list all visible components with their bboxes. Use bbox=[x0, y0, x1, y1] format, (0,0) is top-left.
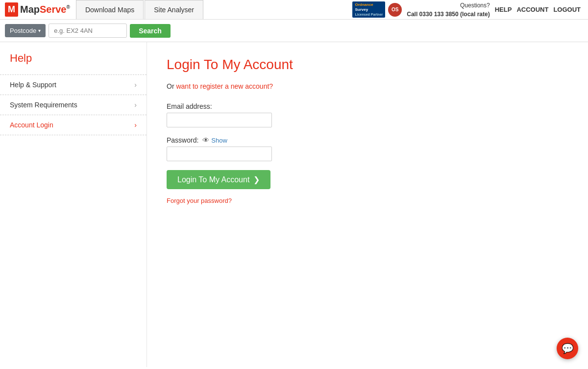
logout-link[interactable]: LOGOUT bbox=[553, 6, 581, 13]
sidebar-item-account-login[interactable]: Account Login › bbox=[0, 115, 147, 135]
show-password-link[interactable]: 👁 Show bbox=[202, 136, 227, 144]
search-input[interactable] bbox=[49, 24, 127, 38]
tab-site-analyser[interactable]: Site Analyser bbox=[145, 0, 203, 19]
password-row: Password: 👁 Show bbox=[167, 136, 568, 144]
nav-logos: Ordnance Survey Licensed Partner OS bbox=[352, 1, 402, 17]
questions-text: Questions? Call 0330 133 3850 (local rat… bbox=[407, 1, 490, 19]
email-form-group: Email address: bbox=[167, 102, 568, 127]
register-text: Or want to register a new account? bbox=[167, 82, 568, 90]
chat-button[interactable]: 💬 bbox=[557, 338, 578, 359]
login-button[interactable]: Login To My Account ❯ bbox=[167, 170, 270, 189]
account-link[interactable]: ACCOUNT bbox=[516, 6, 548, 13]
chevron-icon-account: › bbox=[134, 121, 137, 129]
content-area: Login To My Account Or want to register … bbox=[147, 42, 588, 367]
os-badge: Ordnance Survey Licensed Partner bbox=[352, 1, 385, 17]
sidebar-item-system-requirements-label: System Requirements bbox=[10, 101, 77, 109]
nav-right: Ordnance Survey Licensed Partner OS Ques… bbox=[352, 1, 588, 19]
password-input[interactable] bbox=[167, 147, 272, 161]
chevron-icon-help: › bbox=[134, 81, 137, 89]
logo-text: MapServe® bbox=[20, 4, 70, 15]
main-layout: Help Help & Support › System Requirement… bbox=[0, 42, 588, 367]
tab-download-maps[interactable]: Download Maps bbox=[76, 0, 144, 19]
eye-icon: 👁 bbox=[202, 136, 209, 144]
show-label: Show bbox=[211, 137, 227, 144]
chat-icon: 💬 bbox=[562, 343, 574, 354]
sidebar-item-help-support[interactable]: Help & Support › bbox=[0, 74, 147, 95]
search-button[interactable]: Search bbox=[130, 24, 171, 38]
nav-tabs: Download Maps Site Analyser bbox=[75, 0, 203, 19]
help-link[interactable]: HELP bbox=[495, 6, 512, 13]
sidebar-item-help-support-label: Help & Support bbox=[10, 81, 56, 89]
search-bar: Postcode Search bbox=[0, 20, 588, 42]
chevron-icon-system: › bbox=[134, 101, 137, 109]
password-label: Password: bbox=[167, 136, 198, 144]
login-button-label: Login To My Account bbox=[177, 175, 249, 184]
forgot-password-link[interactable]: Forgot your password? bbox=[167, 197, 232, 204]
email-input[interactable] bbox=[167, 113, 272, 127]
sidebar-item-account-login-label: Account Login bbox=[10, 121, 53, 129]
logo-icon: M bbox=[5, 2, 18, 17]
postcode-dropdown[interactable]: Postcode bbox=[5, 24, 46, 37]
sidebar-item-system-requirements[interactable]: System Requirements › bbox=[0, 95, 147, 115]
logo-area: M MapServe® bbox=[0, 0, 75, 19]
email-label: Email address: bbox=[167, 102, 568, 110]
password-form-group: Password: 👁 Show bbox=[167, 136, 568, 161]
page-title: Login To My Account bbox=[167, 57, 568, 73]
partner-circle: OS bbox=[388, 3, 402, 17]
sidebar: Help Help & Support › System Requirement… bbox=[0, 42, 147, 367]
top-nav: M MapServe® Download Maps Site Analyser … bbox=[0, 0, 588, 20]
register-link[interactable]: want to register a new account? bbox=[176, 82, 273, 90]
login-arrow-icon: ❯ bbox=[253, 175, 260, 184]
sidebar-title: Help bbox=[0, 52, 147, 74]
